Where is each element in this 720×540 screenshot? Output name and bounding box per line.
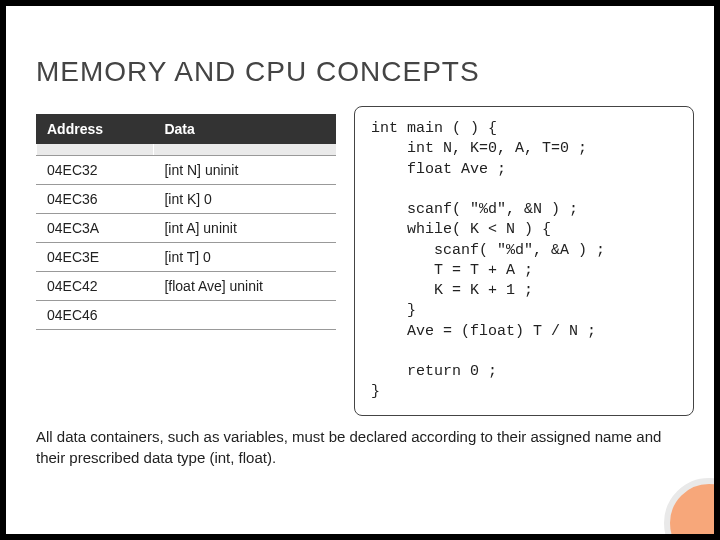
cell-address: 04EC32 [37, 156, 154, 185]
cell-data [154, 301, 336, 330]
cell-address: 04EC3E [37, 243, 154, 272]
cell-address: 04EC42 [37, 272, 154, 301]
content-row: Address Data 04EC32 [int N] uninit 04EC3… [36, 106, 714, 416]
cell-data: [int N] uninit [154, 156, 336, 185]
cell-data: [int A] uninit [154, 214, 336, 243]
code-box: int main ( ) { int N, K=0, A, T=0 ; floa… [354, 106, 694, 416]
cell-address: 04EC3A [37, 214, 154, 243]
cell-data: [float Ave] uninit [154, 272, 336, 301]
cell-data: [int T] 0 [154, 243, 336, 272]
corner-circle-decoration [664, 478, 714, 534]
slide-title: MEMORY AND CPU CONCEPTS [36, 56, 714, 88]
cell-data: [int K] 0 [154, 185, 336, 214]
footer-text: All data containers, such as variables, … [36, 426, 674, 468]
cell-address: 04EC46 [37, 301, 154, 330]
col-header-address: Address [37, 115, 154, 144]
table-row: 04EC32 [int N] uninit [37, 156, 336, 185]
table-row: 04EC42 [float Ave] uninit [37, 272, 336, 301]
table-row: 04EC46 [37, 301, 336, 330]
table-gap-row [37, 144, 336, 156]
col-header-data: Data [154, 115, 336, 144]
table-row: 04EC36 [int K] 0 [37, 185, 336, 214]
memory-table: Address Data 04EC32 [int N] uninit 04EC3… [36, 114, 336, 330]
table-row: 04EC3A [int A] uninit [37, 214, 336, 243]
slide: MEMORY AND CPU CONCEPTS Address Data 04E… [6, 6, 714, 534]
table-row: 04EC3E [int T] 0 [37, 243, 336, 272]
cell-address: 04EC36 [37, 185, 154, 214]
